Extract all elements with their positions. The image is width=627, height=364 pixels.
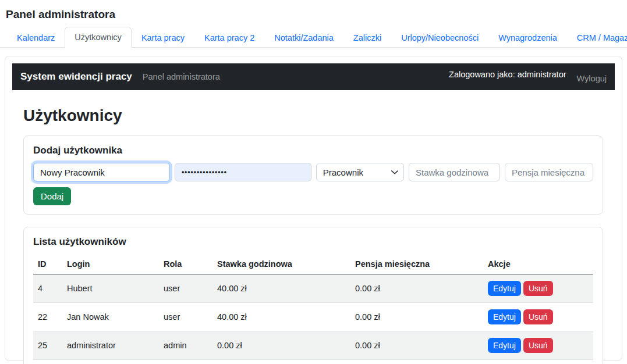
password-input[interactable] (175, 163, 311, 181)
cell-actions: EdytujUsuń (483, 274, 593, 303)
cell-hourly-rate: 40.00 zł (212, 303, 350, 331)
app-navbar: System ewidencji pracy Panel administrat… (12, 63, 615, 90)
edit-user-button[interactable]: Edytuj (488, 338, 521, 353)
column-header-id: ID (33, 254, 62, 274)
cell-hourly-rate: 0.00 zł (212, 331, 350, 360)
add-user-form: Pracownik (33, 163, 593, 181)
tab-uzytkownicy[interactable]: Użytkownicy (65, 27, 132, 48)
table-header-row: ID Login Rola Stawka godzinowa Pensja mi… (33, 254, 593, 274)
column-header-monthly-salary: Pensja miesięczna (350, 254, 483, 274)
cell-id: 4 (33, 274, 62, 303)
tab-urlopy-nieobecnosci[interactable]: Urlopy/Nieobecności (391, 27, 488, 48)
monthly-salary-input[interactable] (505, 163, 593, 181)
add-user-title: Dodaj użytkownika (33, 145, 593, 156)
page-title: Panel administratora (0, 0, 627, 27)
add-user-card: Dodaj użytkownika Pracownik Dodaj (23, 135, 603, 215)
navbar-subtitle: Panel administratora (143, 72, 220, 81)
table-row: 4 Hubert user 40.00 zł 0.00 zł EdytujUsu… (33, 274, 593, 303)
column-header-actions: Akcje (483, 254, 593, 274)
cell-login: administrator (62, 331, 159, 360)
tab-bar: Kalendarz Użytkownicy Karta pracy Karta … (0, 27, 627, 48)
cell-id: 25 (33, 331, 62, 360)
cell-monthly-salary: 0.00 zł (350, 303, 483, 331)
hourly-rate-input[interactable] (409, 163, 500, 181)
section-heading: Użytkownicy (23, 106, 603, 125)
edit-user-button[interactable]: Edytuj (488, 309, 521, 324)
users-list-title: Lista użytkowników (33, 236, 593, 248)
cell-id: 22 (33, 303, 62, 331)
table-row: 22 Jan Nowak user 40.00 zł 0.00 zł Edytu… (33, 303, 593, 331)
tab-kalendarz[interactable]: Kalendarz (7, 27, 65, 48)
tab-zaliczki[interactable]: Zaliczki (343, 27, 391, 48)
add-user-button[interactable]: Dodaj (33, 187, 71, 205)
cell-role: admin (159, 331, 212, 360)
cell-role: user (159, 303, 212, 331)
admin-panel-card: System ewidencji pracy Panel administrat… (5, 56, 622, 361)
cell-monthly-salary: 0.00 zł (350, 331, 483, 360)
edit-user-button[interactable]: Edytuj (488, 281, 521, 296)
cell-monthly-salary: 0.00 zł (350, 274, 483, 303)
cell-actions: EdytujUsuń (483, 303, 593, 331)
column-header-hourly-rate: Stawka godzinowa (212, 254, 350, 274)
tab-karta-pracy[interactable]: Karta pracy (132, 27, 194, 48)
column-header-login: Login (62, 254, 159, 274)
delete-user-button[interactable]: Usuń (523, 309, 553, 324)
app-brand: System ewidencji pracy (20, 71, 132, 83)
logged-in-as-text: Zalogowano jako: administrator (449, 70, 566, 79)
content-area: Użytkownicy Dodaj użytkownika Pracownik … (5, 97, 622, 364)
role-select-wrap: Pracownik (316, 163, 404, 181)
tab-crm-magazyn[interactable]: CRM / Magazyn (567, 27, 627, 48)
tab-karta-pracy-2[interactable]: Karta pracy 2 (194, 27, 264, 48)
delete-user-button[interactable]: Usuń (523, 281, 553, 296)
table-row: 25 administrator admin 0.00 zł 0.00 zł E… (33, 331, 593, 360)
users-list-card: Lista użytkowników ID Login Rola Stawka … (23, 227, 603, 364)
cell-login: Hubert (62, 274, 159, 303)
tab-notatki-zadania[interactable]: Notatki/Zadania (264, 27, 343, 48)
logout-link[interactable]: Wyloguj (577, 74, 607, 83)
login-input[interactable] (33, 163, 170, 181)
delete-user-button[interactable]: Usuń (523, 338, 553, 353)
tab-wynagrodzenia[interactable]: Wynagrodzenia (488, 27, 567, 48)
cell-actions: EdytujUsuń (483, 331, 593, 360)
column-header-role: Rola (159, 254, 212, 274)
cell-role: user (159, 274, 212, 303)
users-table: ID Login Rola Stawka godzinowa Pensja mi… (33, 254, 593, 360)
cell-hourly-rate: 40.00 zł (212, 274, 350, 303)
role-select[interactable]: Pracownik (316, 163, 404, 181)
cell-login: Jan Nowak (62, 303, 159, 331)
